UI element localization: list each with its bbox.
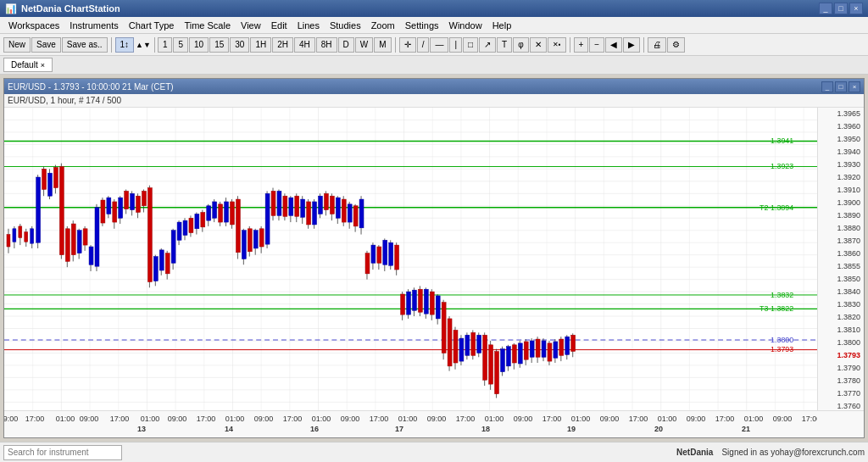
- print-button[interactable]: 🖨: [648, 37, 666, 53]
- title-bar-left: 📊 NetDania ChartStation: [5, 3, 120, 14]
- tf-1min[interactable]: 1: [158, 37, 173, 53]
- menu-lines[interactable]: Lines: [292, 19, 325, 32]
- svg-rect-210: [465, 335, 470, 355]
- settings-button[interactable]: ⚙: [667, 37, 685, 53]
- arrow-tool[interactable]: ↗: [479, 37, 496, 53]
- workspace-bar: Default ×: [0, 56, 868, 75]
- menu-edit[interactable]: Edit: [266, 19, 292, 32]
- scroll-left-button[interactable]: ◀: [605, 37, 622, 53]
- separator-2: [395, 37, 396, 53]
- svg-rect-230: [524, 342, 528, 359]
- tf-m[interactable]: M: [374, 37, 391, 53]
- maximize-button[interactable]: □: [834, 3, 848, 14]
- tf-4h[interactable]: 4H: [294, 37, 315, 53]
- price-1.3810: 1.3810: [837, 326, 860, 334]
- menu-time-scale[interactable]: Time Scale: [179, 19, 236, 32]
- menu-chart-type[interactable]: Chart Type: [124, 19, 180, 32]
- time-01-00-7: 01:00: [571, 415, 591, 423]
- time-09-00-9: 09:00: [687, 415, 706, 423]
- chart-container[interactable]: 1.3941 T2 1.3894 1.3923 T3 1.3822 1.3832…: [4, 108, 817, 410]
- tf-10min[interactable]: 10: [189, 37, 209, 53]
- separator-1: [111, 37, 112, 53]
- save-button[interactable]: Save: [31, 37, 61, 53]
- svg-rect-56: [13, 229, 16, 242]
- svg-rect-234: [536, 339, 540, 357]
- price-1.3900: 1.3900: [837, 198, 860, 207]
- svg-rect-184: [389, 242, 393, 265]
- tf-w[interactable]: W: [355, 37, 373, 53]
- new-button[interactable]: New: [3, 37, 31, 53]
- drawing-tools: ✛ / — | □ ↗ T φ ✕ ✕▪: [399, 37, 566, 53]
- price-1.3880: 1.3880: [837, 224, 860, 232]
- menu-bar: Workspaces Instruments Chart Type Time S…: [0, 17, 868, 34]
- time-09-00-5: 09:00: [341, 415, 360, 423]
- menu-help[interactable]: Help: [487, 19, 517, 32]
- text-tool[interactable]: T: [497, 37, 512, 53]
- svg-text:1.3800: 1.3800: [771, 336, 793, 344]
- other-tools: 🖨 ⚙: [648, 37, 685, 53]
- delete-tool[interactable]: ✕: [530, 37, 547, 53]
- svg-rect-82: [89, 247, 93, 264]
- chart-close-button[interactable]: ×: [849, 81, 860, 92]
- chart-minimize-button[interactable]: _: [821, 81, 833, 92]
- delete-all-tool[interactable]: ✕▪: [548, 37, 566, 53]
- tf-5min[interactable]: 5: [173, 37, 188, 53]
- menu-view[interactable]: View: [236, 19, 266, 32]
- tf-8h[interactable]: 8H: [316, 37, 337, 53]
- vline-tool[interactable]: |: [449, 37, 462, 53]
- svg-text:1.3793: 1.3793: [771, 346, 793, 354]
- minimize-button[interactable]: _: [819, 3, 832, 14]
- menu-studies[interactable]: Studies: [325, 19, 366, 32]
- svg-rect-236: [542, 341, 546, 357]
- line-tool[interactable]: /: [417, 37, 430, 53]
- menu-workspaces[interactable]: Workspaces: [3, 19, 64, 32]
- scroll-right-button[interactable]: ▶: [623, 37, 640, 53]
- svg-rect-162: [324, 193, 328, 209]
- menu-zoom[interactable]: Zoom: [366, 19, 400, 32]
- svg-rect-102: [147, 188, 152, 282]
- menu-instruments[interactable]: Instruments: [64, 19, 123, 32]
- search-input[interactable]: [3, 445, 122, 460]
- current-timeframe[interactable]: 1↕: [115, 37, 135, 53]
- arrow-icon: ▲▼: [135, 41, 152, 49]
- price-1.3830: 1.3830: [837, 300, 860, 309]
- status-bar-left: [3, 445, 122, 460]
- svg-rect-218: [489, 345, 493, 384]
- zoom-in-button[interactable]: +: [574, 37, 589, 53]
- time-17-00-6: 17:00: [456, 415, 476, 423]
- crosshair-tool[interactable]: ✛: [399, 37, 416, 53]
- hline-tool[interactable]: —: [430, 37, 448, 53]
- chart-window: EUR/USD - 1.3793 - 10:00:00 21 Mar (CET)…: [3, 78, 865, 438]
- workspace-tab-default[interactable]: Default ×: [3, 58, 53, 72]
- svg-rect-74: [65, 229, 70, 262]
- svg-rect-240: [554, 342, 558, 358]
- tf-2h[interactable]: 2H: [272, 37, 293, 53]
- price-1.3820: 1.3820: [837, 313, 860, 321]
- tf-30min[interactable]: 30: [230, 37, 249, 53]
- svg-rect-140: [259, 229, 264, 247]
- time-17-00-2: 17:00: [110, 415, 130, 423]
- tf-15min[interactable]: 15: [209, 37, 229, 53]
- save-as-button[interactable]: Save as..: [62, 37, 108, 53]
- svg-rect-194: [418, 289, 422, 312]
- menu-window[interactable]: Window: [444, 19, 487, 32]
- chart-maximize-button[interactable]: □: [835, 81, 847, 92]
- date-21: 21: [742, 425, 750, 433]
- tf-1h[interactable]: 1H: [250, 37, 271, 53]
- svg-rect-188: [401, 294, 405, 314]
- close-button[interactable]: ×: [849, 3, 863, 14]
- rect-tool[interactable]: □: [463, 37, 478, 53]
- svg-rect-64: [36, 177, 41, 242]
- chart-subtitle: EUR/USD, 1 hour, # 174 / 500: [4, 94, 864, 108]
- svg-rect-200: [436, 296, 440, 319]
- svg-rect-128: [225, 202, 229, 222]
- chart-body: 1.3941 T2 1.3894 1.3923 T3 1.3822 1.3832…: [4, 108, 864, 410]
- separator-4: [643, 37, 644, 53]
- zoom-out-button[interactable]: −: [589, 37, 604, 53]
- workspace-tab-close-icon[interactable]: ×: [41, 61, 45, 70]
- svg-rect-138: [253, 231, 258, 248]
- fib-tool[interactable]: φ: [513, 37, 528, 53]
- menu-settings[interactable]: Settings: [400, 19, 444, 32]
- price-1.3855: 1.3855: [837, 262, 860, 270]
- tf-d[interactable]: D: [338, 37, 354, 53]
